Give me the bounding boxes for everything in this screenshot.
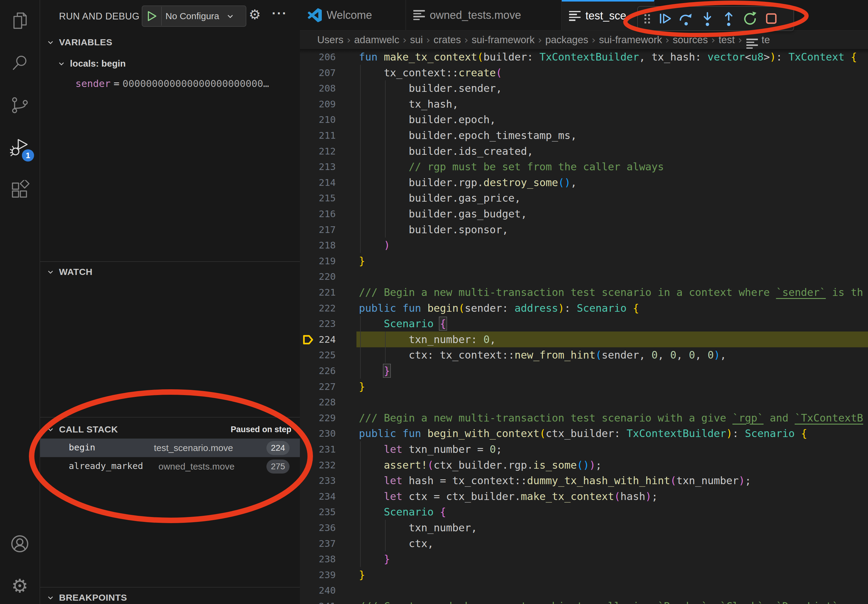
line-number[interactable]: 219: [300, 253, 336, 269]
frame-file: test_scenario.move: [154, 443, 233, 453]
line-number[interactable]: 241: [300, 598, 336, 604]
breadcrumb-item[interactable]: packages: [544, 34, 590, 46]
code-text: txn_number: 0,: [359, 331, 496, 347]
line-number[interactable]: 232: [300, 457, 336, 473]
call-stack-frame-begin[interactable]: begintest_scenario.move224: [40, 438, 300, 457]
line-number[interactable]: 210: [300, 112, 336, 127]
debug-config-dropdown[interactable]: No Configura: [142, 5, 246, 27]
continue-button[interactable]: [656, 10, 674, 27]
settings-gear-icon: ⚙: [11, 575, 28, 597]
code-line-240: 240: [300, 582, 868, 598]
code-text: builder.ids_created,: [359, 143, 533, 159]
line-number[interactable]: 207: [300, 65, 336, 81]
code-text: }: [359, 253, 365, 269]
line-number[interactable]: 217: [300, 222, 336, 237]
line-number[interactable]: 226: [300, 363, 336, 379]
line-number[interactable]: 240: [300, 582, 336, 598]
code-line-227: 227}: [300, 379, 868, 395]
step-over-button[interactable]: [677, 10, 695, 27]
line-number[interactable]: 238: [300, 551, 336, 567]
debug-config-label: No Configura: [166, 11, 225, 21]
step-out-button[interactable]: [720, 10, 738, 27]
line-number[interactable]: 223: [300, 316, 336, 331]
line-number[interactable]: 227: [300, 379, 336, 395]
code-editor[interactable]: 206fun make_tx_context(builder: TxContex…: [300, 49, 868, 604]
step-into-button[interactable]: [699, 10, 716, 27]
breadcrumb-item[interactable]: sui: [408, 34, 424, 46]
search-icon: [10, 53, 29, 74]
variable-sender[interactable]: sender = 000000000000000000000000…: [76, 76, 298, 91]
activity-item-source-control[interactable]: [0, 88, 40, 124]
stop-button[interactable]: [763, 10, 780, 27]
line-number[interactable]: 236: [300, 520, 336, 536]
code-text: }: [359, 551, 390, 567]
watch-section-header[interactable]: WATCH: [40, 263, 300, 281]
variables-section-header[interactable]: VARIABLES: [40, 34, 300, 51]
tab-owned_tests.move[interactable]: owned_tests.move: [406, 0, 562, 30]
call-stack-frame-already_marked[interactable]: already_markedowned_tests.move275: [40, 457, 300, 475]
line-number[interactable]: 221: [300, 284, 336, 300]
activity-item-account[interactable]: [0, 526, 40, 563]
activity-item-search[interactable]: [0, 45, 40, 82]
line-number[interactable]: 228: [300, 394, 336, 410]
sidebar-title: RUN AND DEBUG: [59, 11, 140, 22]
code-text: builder.sponsor,: [359, 222, 508, 237]
activity-item-run-debug[interactable]: 1: [0, 130, 40, 166]
line-number[interactable]: 234: [300, 488, 336, 504]
line-number[interactable]: 206: [300, 49, 336, 65]
breadcrumb-item[interactable]: Users: [316, 34, 345, 46]
line-number[interactable]: 239: [300, 567, 336, 583]
line-number[interactable]: 215: [300, 190, 336, 206]
line-number[interactable]: 229: [300, 410, 336, 426]
call-stack-section-header[interactable]: CALL STACK Paused on step: [40, 421, 300, 438]
line-number[interactable]: 225: [300, 347, 336, 363]
editor-group: Welcomeowned_tests.movetest_sce Users›ad…: [300, 0, 868, 604]
line-number[interactable]: 233: [300, 472, 336, 488]
breadcrumb-item[interactable]: test: [717, 34, 736, 46]
breadcrumb-item[interactable]: crates: [432, 34, 463, 46]
activity-item-explorer[interactable]: [0, 3, 40, 40]
code-line-210: 210 builder.epoch,: [300, 112, 868, 127]
vscode-icon: [308, 8, 322, 22]
line-number[interactable]: 235: [300, 504, 336, 520]
restart-button[interactable]: [741, 10, 759, 27]
line-number[interactable]: 211: [300, 127, 336, 143]
breadcrumb-item[interactable]: adamwelc: [352, 34, 401, 46]
breadcrumb-separator: ›: [709, 34, 717, 46]
line-number[interactable]: 212: [300, 143, 336, 159]
breadcrumb-item[interactable]: sui-framework: [470, 34, 536, 46]
line-number[interactable]: 208: [300, 80, 336, 96]
line-number[interactable]: 237: [300, 536, 336, 551]
code-text: ): [359, 237, 390, 253]
code-line-207: 207 tx_context::create(: [300, 65, 868, 81]
code-line-225: 225 ctx: tx_context::new_from_hint(sende…: [300, 347, 868, 363]
line-number[interactable]: 218: [300, 237, 336, 253]
variables-scope[interactable]: locals: begin: [57, 55, 126, 72]
activity-item-settings[interactable]: ⚙: [0, 567, 40, 604]
current-frame-marker-icon: [302, 334, 314, 345]
breadcrumb-item[interactable]: sources: [671, 34, 710, 46]
line-number[interactable]: 216: [300, 206, 336, 222]
vscode-window: 1⚙ RUN AND DEBUG No Configura ⚙ ··· VARI…: [0, 0, 868, 604]
tab-Welcome[interactable]: Welcome: [301, 0, 406, 30]
line-number[interactable]: 214: [300, 175, 336, 190]
breadcrumb-file[interactable]: te: [744, 31, 770, 49]
breakpoints-section-header[interactable]: BREAKPOINTS: [40, 589, 300, 604]
breadcrumb-item[interactable]: sui-framework: [598, 34, 663, 46]
start-debug-button[interactable]: [142, 7, 162, 26]
debug-settings-gear-icon[interactable]: ⚙: [249, 7, 260, 22]
more-actions-icon[interactable]: ···: [272, 6, 287, 21]
activity-item-extensions[interactable]: [0, 172, 40, 209]
code-line-215: 215 builder.gas_price,: [300, 190, 868, 206]
line-number[interactable]: 213: [300, 159, 336, 175]
line-number[interactable]: 231: [300, 441, 336, 457]
line-number[interactable]: 209: [300, 96, 336, 112]
line-number[interactable]: 222: [300, 300, 336, 316]
code-text: public fun begin_with_context(ctx_builde…: [359, 426, 807, 441]
code-line-232: 232 assert!(ctx_builder.rgp.is_some());: [300, 457, 868, 473]
code-text: let txn_number = 0;: [359, 441, 502, 457]
tab-label: test_sce: [586, 9, 626, 22]
line-number[interactable]: 220: [300, 268, 336, 284]
line-number[interactable]: 230: [300, 426, 336, 441]
frame-file: owned_tests.move: [158, 462, 234, 472]
